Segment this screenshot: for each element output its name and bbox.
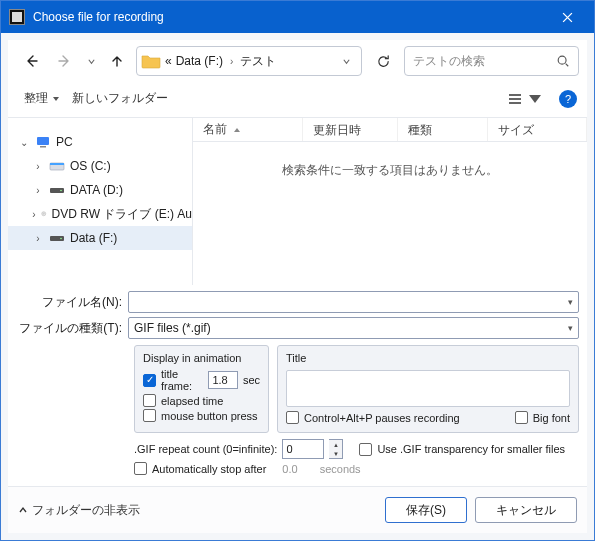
mouse-press-checkbox[interactable] bbox=[143, 409, 156, 422]
col-name[interactable]: 名前 bbox=[193, 118, 303, 141]
form-area: ファイル名(N): ▾ ファイルの種類(T): GIF files (*.gif… bbox=[8, 285, 587, 486]
chevron-up-icon bbox=[18, 505, 28, 515]
filetype-select[interactable]: GIF files (*.gif) ▾ bbox=[128, 317, 579, 339]
button-bar: フォルダーの非表示 保存(S) キャンセル bbox=[8, 486, 587, 533]
svg-point-8 bbox=[43, 213, 44, 214]
expand-toggle[interactable]: › bbox=[32, 185, 44, 196]
svg-rect-1 bbox=[37, 137, 49, 145]
breadcrumb[interactable]: « Data (F:) › テスト bbox=[136, 46, 362, 76]
svg-point-6 bbox=[60, 190, 62, 192]
filename-input[interactable]: ▾ bbox=[128, 291, 579, 313]
svg-rect-5 bbox=[50, 188, 64, 193]
caret-down-icon bbox=[52, 95, 60, 103]
svg-point-0 bbox=[558, 56, 566, 64]
help-button[interactable]: ? bbox=[559, 90, 577, 108]
chevron-down-icon bbox=[87, 57, 96, 66]
title-textarea[interactable] bbox=[286, 370, 570, 407]
search-icon bbox=[556, 54, 570, 68]
close-button[interactable] bbox=[545, 1, 590, 33]
app-icon bbox=[9, 9, 25, 25]
sort-asc-icon bbox=[233, 126, 241, 134]
breadcrumb-root[interactable]: « bbox=[163, 52, 174, 70]
refresh-icon bbox=[376, 54, 391, 69]
forward-button[interactable] bbox=[50, 47, 80, 75]
chevron-right-icon: › bbox=[225, 56, 238, 67]
display-legend: Display in animation bbox=[143, 352, 260, 364]
tree-node-os[interactable]: › OS (C:) bbox=[8, 154, 192, 178]
arrow-left-icon bbox=[23, 53, 39, 69]
disc-icon bbox=[41, 206, 46, 222]
history-dropdown[interactable] bbox=[84, 57, 98, 66]
col-date[interactable]: 更新日時 bbox=[303, 118, 398, 141]
search-placeholder: テストの検索 bbox=[413, 53, 485, 70]
chevron-down-icon bbox=[342, 57, 351, 66]
expand-toggle[interactable]: › bbox=[32, 233, 44, 244]
repeat-label: .GIF repeat count (0=infinite): bbox=[134, 443, 277, 455]
arrow-up-icon bbox=[109, 53, 125, 69]
up-button[interactable] bbox=[102, 47, 132, 75]
caret-down-icon: ▾ bbox=[568, 323, 573, 333]
search-input[interactable]: テストの検索 bbox=[404, 46, 579, 76]
new-folder-button[interactable]: 新しいフォルダー bbox=[66, 86, 174, 111]
tree-node-data-d[interactable]: › DATA (D:) bbox=[8, 178, 192, 202]
title-group: Title Control+Alt+P pauses recording Big… bbox=[277, 345, 579, 433]
svg-rect-4 bbox=[50, 163, 64, 165]
repeat-count-spinner[interactable]: ▲▼ bbox=[329, 439, 343, 459]
title-legend: Title bbox=[286, 352, 570, 364]
big-font-checkbox[interactable] bbox=[515, 411, 528, 424]
close-icon bbox=[562, 12, 573, 23]
transparency-checkbox[interactable] bbox=[359, 443, 372, 456]
svg-point-10 bbox=[60, 238, 62, 240]
col-type[interactable]: 種類 bbox=[398, 118, 488, 141]
filename-label: ファイル名(N): bbox=[16, 294, 128, 311]
expand-toggle[interactable]: › bbox=[32, 209, 36, 220]
arrow-right-icon bbox=[57, 53, 73, 69]
breadcrumb-seg2[interactable]: テスト bbox=[238, 51, 278, 72]
cancel-button[interactable]: キャンセル bbox=[475, 497, 577, 523]
elapsed-time-checkbox[interactable] bbox=[143, 394, 156, 407]
title-frame-checkbox[interactable] bbox=[143, 374, 156, 387]
list-view-icon bbox=[507, 91, 523, 107]
hide-folders-toggle[interactable]: フォルダーの非表示 bbox=[18, 502, 140, 519]
auto-stop-value: 0.0 bbox=[282, 463, 297, 475]
tree-node-pc[interactable]: ⌄ PC bbox=[8, 130, 192, 154]
drive-icon bbox=[49, 182, 65, 198]
tree-node-data-f[interactable]: › Data (F:) bbox=[8, 226, 192, 250]
save-dialog: Choose file for recording « bbox=[0, 0, 595, 541]
pc-icon bbox=[35, 134, 51, 150]
breadcrumb-dropdown[interactable] bbox=[336, 57, 357, 66]
save-button[interactable]: 保存(S) bbox=[385, 497, 467, 523]
column-headers: 名前 更新日時 種類 サイズ bbox=[193, 118, 587, 142]
pause-hotkey-checkbox[interactable] bbox=[286, 411, 299, 424]
breadcrumb-seg1[interactable]: Data (F:) bbox=[174, 52, 225, 70]
file-list[interactable]: 名前 更新日時 種類 サイズ 検索条件に一致する項目はありません。 bbox=[193, 118, 587, 285]
refresh-button[interactable] bbox=[366, 46, 400, 76]
titlebar: Choose file for recording bbox=[1, 1, 594, 33]
repeat-count-input[interactable]: 0 bbox=[282, 439, 324, 459]
caret-down-icon: ▾ bbox=[568, 297, 573, 307]
svg-rect-9 bbox=[50, 236, 64, 241]
caret-down-icon bbox=[527, 91, 543, 107]
body: ⌄ PC › OS (C:) › bbox=[8, 118, 587, 285]
display-group: Display in animation title frame: 1.8 se… bbox=[134, 345, 269, 433]
auto-stop-unit: seconds bbox=[320, 463, 361, 475]
svg-rect-2 bbox=[40, 146, 46, 148]
title-frame-seconds-input[interactable]: 1.8 bbox=[208, 371, 237, 389]
window-title: Choose file for recording bbox=[33, 10, 545, 24]
folder-icon bbox=[141, 51, 161, 71]
view-mode-button[interactable] bbox=[501, 87, 549, 111]
col-size[interactable]: サイズ bbox=[488, 118, 587, 141]
filetype-label: ファイルの種類(T): bbox=[16, 320, 128, 337]
expand-toggle[interactable]: › bbox=[32, 161, 44, 172]
folder-tree[interactable]: ⌄ PC › OS (C:) › bbox=[8, 118, 193, 285]
nav-row: « Data (F:) › テスト テストの検索 bbox=[8, 40, 587, 82]
empty-message: 検索条件に一致する項目はありません。 bbox=[193, 142, 587, 285]
dialog-content: « Data (F:) › テスト テストの検索 整理 bbox=[8, 40, 587, 533]
toolbar: 整理 新しいフォルダー ? bbox=[8, 82, 587, 118]
organize-menu[interactable]: 整理 bbox=[18, 86, 66, 111]
drive-icon bbox=[49, 230, 65, 246]
auto-stop-checkbox[interactable] bbox=[134, 462, 147, 475]
tree-node-dvd[interactable]: › DVD RW ドライブ (E:) Au bbox=[8, 202, 192, 226]
back-button[interactable] bbox=[16, 47, 46, 75]
expand-toggle[interactable]: ⌄ bbox=[18, 137, 30, 148]
